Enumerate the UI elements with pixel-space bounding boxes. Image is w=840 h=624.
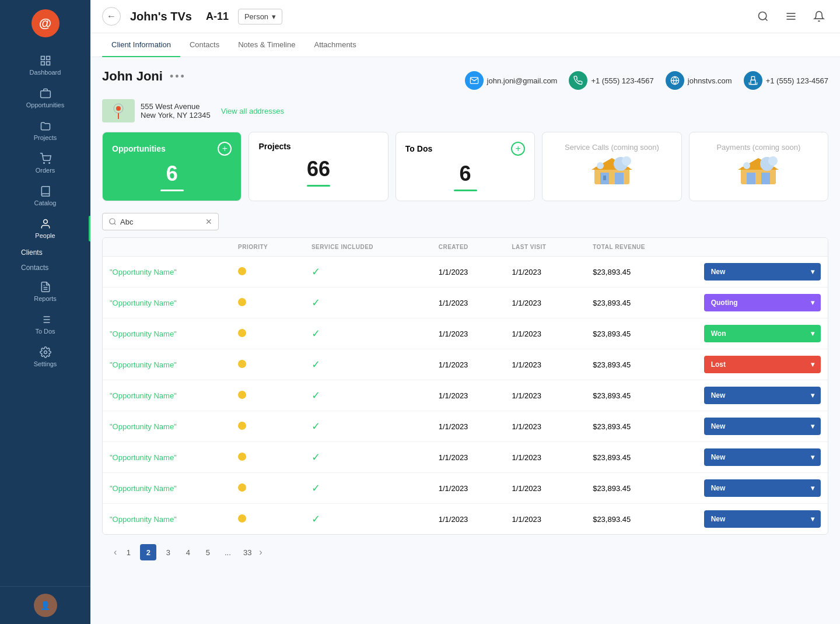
add-opportunity-button[interactable]: + bbox=[218, 142, 232, 156]
opportunity-name-3[interactable]: "Opportunity Name" bbox=[110, 360, 177, 369]
next-page-button[interactable]: › bbox=[259, 547, 262, 558]
status-button-0[interactable]: New ▾ bbox=[704, 263, 821, 281]
last-visit-date-8: 1/1/2023 bbox=[505, 504, 586, 535]
status-button-5[interactable]: New ▾ bbox=[704, 418, 821, 435]
priority-dot-0 bbox=[238, 267, 246, 275]
payments-label: Payments (coming soon) bbox=[716, 143, 800, 152]
status-dropdown-arrow-4[interactable]: ▾ bbox=[804, 387, 821, 404]
tab-attachments[interactable]: Attachments bbox=[304, 33, 365, 57]
opportunity-name-4[interactable]: "Opportunity Name" bbox=[110, 391, 177, 400]
view-all-addresses-link[interactable]: View all addresses bbox=[221, 107, 284, 115]
opportunity-name-8[interactable]: "Opportunity Name" bbox=[110, 515, 177, 524]
service-check-1: ✓ bbox=[312, 297, 320, 309]
svg-rect-35 bbox=[603, 176, 606, 180]
client-name: John Joni bbox=[102, 69, 163, 84]
opportunities-card-title: Opportunities bbox=[112, 144, 166, 153]
back-button[interactable]: ← bbox=[102, 7, 121, 26]
status-button-4[interactable]: New ▾ bbox=[704, 387, 821, 404]
chart-icon bbox=[40, 281, 51, 293]
status-button-2[interactable]: Won ▾ bbox=[704, 325, 821, 342]
email-contact[interactable]: john.joni@gmail.com bbox=[465, 71, 558, 90]
last-visit-date-2: 1/1/2023 bbox=[505, 318, 586, 349]
opportunity-name-1[interactable]: "Opportunity Name" bbox=[110, 299, 177, 307]
page-2-button[interactable]: 2 bbox=[140, 544, 156, 560]
clear-search-button[interactable]: ✕ bbox=[205, 217, 212, 226]
more-options-button[interactable]: ••• bbox=[167, 71, 187, 83]
opportunity-name-6[interactable]: "Opportunity Name" bbox=[110, 453, 177, 462]
search-box: ✕ bbox=[102, 213, 219, 230]
briefcase-icon bbox=[40, 87, 51, 99]
tab-client-information[interactable]: Client Information bbox=[102, 33, 180, 57]
svg-rect-24 bbox=[751, 80, 755, 84]
sidebar-item-contacts[interactable]: Contacts bbox=[12, 260, 90, 275]
main-content: ← John's TVs A-11 Person ▾ Client Inform… bbox=[90, 0, 840, 624]
tab-notes-timeline[interactable]: Notes & Timeline bbox=[229, 33, 304, 57]
sidebar-item-orders[interactable]: Orders bbox=[0, 147, 90, 180]
todos-card[interactable]: To Dos + 6 bbox=[396, 132, 535, 201]
table-row: "Opportunity Name" ✓ 1/1/2023 1/1/2023 $… bbox=[103, 442, 828, 473]
opportunity-name-5[interactable]: "Opportunity Name" bbox=[110, 422, 177, 431]
svg-point-5 bbox=[43, 163, 44, 164]
opportunity-name-7[interactable]: "Opportunity Name" bbox=[110, 484, 177, 493]
priority-dot-2 bbox=[238, 329, 246, 337]
sidebar-item-catalog[interactable]: Catalog bbox=[0, 180, 90, 212]
sidebar-item-todos[interactable]: To Dos bbox=[0, 308, 90, 341]
page-1-button[interactable]: 1 bbox=[120, 544, 136, 560]
status-button-6[interactable]: New ▾ bbox=[704, 448, 821, 466]
status-dropdown-arrow-6[interactable]: ▾ bbox=[804, 448, 821, 466]
sidebar-item-settings[interactable]: Settings bbox=[0, 341, 90, 373]
opportunities-card[interactable]: Opportunities + 6 bbox=[102, 132, 242, 201]
prev-page-button[interactable]: ‹ bbox=[114, 547, 117, 558]
last-visit-date-3: 1/1/2023 bbox=[505, 349, 586, 380]
priority-dot-5 bbox=[238, 422, 246, 430]
sidebar-item-clients[interactable]: Clients bbox=[12, 245, 90, 260]
fax-contact[interactable]: +1 (555) 123-4567 bbox=[744, 71, 828, 90]
svg-rect-39 bbox=[761, 173, 770, 184]
projects-card[interactable]: Projects 66 bbox=[249, 132, 388, 201]
page-3-button[interactable]: 3 bbox=[160, 544, 176, 560]
website-contact[interactable]: johnstvs.com bbox=[666, 71, 732, 90]
page-33-button[interactable]: 33 bbox=[239, 544, 256, 560]
add-todo-button[interactable]: + bbox=[511, 142, 525, 156]
status-dropdown-arrow-2[interactable]: ▾ bbox=[804, 325, 821, 342]
status-dropdown-arrow-3[interactable]: ▾ bbox=[804, 356, 821, 373]
status-button-8[interactable]: New ▾ bbox=[704, 510, 821, 528]
status-dropdown-arrow-8[interactable]: ▾ bbox=[804, 510, 821, 528]
person-dropdown[interactable]: Person ▾ bbox=[238, 9, 282, 24]
sidebar-nav: Dashboard Opportunities Projects Orders … bbox=[0, 44, 90, 586]
status-dropdown-arrow-5[interactable]: ▾ bbox=[804, 418, 821, 435]
opportunity-name-0[interactable]: "Opportunity Name" bbox=[110, 268, 177, 276]
projects-card-header: Projects bbox=[258, 142, 378, 151]
notifications-button[interactable] bbox=[810, 7, 828, 26]
menu-button[interactable] bbox=[782, 7, 800, 26]
sidebar-item-reports[interactable]: Reports bbox=[0, 275, 90, 308]
revenue-1: $23,893.45 bbox=[586, 288, 697, 318]
priority-dot-6 bbox=[238, 453, 246, 461]
sidebar-item-dashboard[interactable]: Dashboard bbox=[0, 49, 90, 82]
page-5-button[interactable]: 5 bbox=[200, 544, 216, 560]
sidebar-item-projects[interactable]: Projects bbox=[0, 114, 90, 147]
tab-contacts[interactable]: Contacts bbox=[180, 33, 229, 57]
sidebar-item-people[interactable]: People bbox=[0, 212, 90, 245]
status-button-3[interactable]: Lost ▾ bbox=[704, 356, 821, 373]
status-button-7[interactable]: New ▾ bbox=[704, 479, 821, 497]
search-input[interactable] bbox=[120, 218, 202, 226]
sidebar-label-opportunities: Opportunities bbox=[26, 101, 64, 108]
page-4-button[interactable]: 4 bbox=[180, 544, 196, 560]
created-date-1: 1/1/2023 bbox=[432, 288, 505, 318]
col-service: SERVICE INCLUDED bbox=[304, 238, 432, 257]
status-dropdown-arrow-0[interactable]: ▾ bbox=[804, 263, 821, 281]
revenue-7: $23,893.45 bbox=[586, 473, 697, 504]
app-logo[interactable]: @ bbox=[32, 9, 60, 37]
opportunity-name-2[interactable]: "Opportunity Name" bbox=[110, 329, 177, 338]
revenue-0: $23,893.45 bbox=[586, 257, 697, 288]
status-dropdown-arrow-1[interactable]: ▾ bbox=[804, 294, 821, 311]
page-header: ← John's TVs A-11 Person ▾ bbox=[90, 0, 840, 33]
status-button-1[interactable]: Quoting ▾ bbox=[704, 294, 821, 311]
search-menu-button[interactable] bbox=[754, 7, 772, 26]
sidebar-item-opportunities[interactable]: Opportunities bbox=[0, 82, 90, 114]
phone-contact[interactable]: +1 (555) 123-4567 bbox=[569, 71, 653, 90]
table-row: "Opportunity Name" ✓ 1/1/2023 1/1/2023 $… bbox=[103, 473, 828, 504]
status-dropdown-arrow-7[interactable]: ▾ bbox=[804, 479, 821, 497]
avatar[interactable]: 👤 bbox=[34, 594, 57, 617]
